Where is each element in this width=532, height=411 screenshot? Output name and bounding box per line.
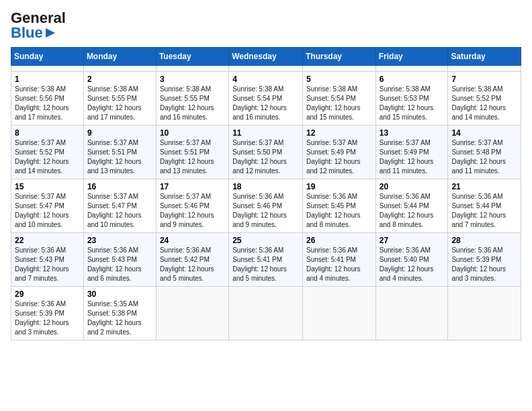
- weekday-header-monday: Monday: [83, 48, 156, 66]
- day-info: Sunrise: 5:37 AMSunset: 5:47 PMDaylight:…: [87, 192, 152, 230]
- calendar-cell: 20Sunrise: 5:36 AMSunset: 5:44 PMDayligh…: [375, 179, 448, 233]
- day-number: 14: [451, 128, 517, 138]
- calendar-cell: 30Sunrise: 5:35 AMSunset: 5:38 PMDayligh…: [83, 287, 156, 340]
- calendar-cell: [156, 287, 228, 340]
- calendar-cell: 16Sunrise: 5:37 AMSunset: 5:47 PMDayligh…: [83, 179, 156, 233]
- day-number: 30: [87, 289, 152, 299]
- day-number: 3: [160, 75, 225, 84]
- day-info: Sunrise: 5:36 AMSunset: 5:39 PMDaylight:…: [15, 300, 80, 337]
- day-number: 20: [380, 182, 445, 191]
- calendar-week-row: 1Sunrise: 5:38 AMSunset: 5:56 PMDaylight…: [11, 72, 521, 126]
- day-info: Sunrise: 5:36 AMSunset: 5:39 PMDaylight:…: [451, 246, 517, 283]
- weekday-header-thursday: Thursday: [302, 48, 375, 66]
- day-info: Sunrise: 5:38 AMSunset: 5:55 PMDaylight:…: [160, 85, 225, 122]
- day-number: 27: [380, 236, 445, 245]
- day-number: 6: [380, 75, 445, 84]
- weekday-header-sunday: Sunday: [11, 48, 84, 66]
- day-info: Sunrise: 5:37 AMSunset: 5:51 PMDaylight:…: [87, 138, 152, 176]
- calendar-cell: 21Sunrise: 5:36 AMSunset: 5:44 PMDayligh…: [448, 179, 521, 233]
- day-info: Sunrise: 5:37 AMSunset: 5:46 PMDaylight:…: [160, 192, 225, 230]
- day-info: Sunrise: 5:35 AMSunset: 5:38 PMDaylight:…: [87, 300, 152, 337]
- day-number: 11: [232, 128, 299, 138]
- calendar-cell: [448, 66, 521, 72]
- day-info: Sunrise: 5:36 AMSunset: 5:46 PMDaylight:…: [232, 192, 299, 230]
- calendar-cell: 29Sunrise: 5:36 AMSunset: 5:39 PMDayligh…: [11, 287, 84, 340]
- day-number: 18: [232, 182, 299, 191]
- day-number: 26: [306, 236, 372, 245]
- calendar-cell: 12Sunrise: 5:37 AMSunset: 5:49 PMDayligh…: [302, 126, 375, 179]
- calendar-cell: 10Sunrise: 5:37 AMSunset: 5:51 PMDayligh…: [156, 126, 228, 179]
- day-number: 15: [15, 182, 80, 191]
- day-info: Sunrise: 5:38 AMSunset: 5:54 PMDaylight:…: [232, 85, 299, 122]
- calendar-cell: [302, 287, 375, 340]
- day-info: Sunrise: 5:37 AMSunset: 5:48 PMDaylight:…: [451, 138, 517, 176]
- calendar-cell: [11, 66, 84, 72]
- calendar-cell: 27Sunrise: 5:36 AMSunset: 5:40 PMDayligh…: [375, 233, 448, 287]
- calendar-cell: 11Sunrise: 5:37 AMSunset: 5:50 PMDayligh…: [229, 126, 303, 179]
- calendar-cell: 22Sunrise: 5:36 AMSunset: 5:43 PMDayligh…: [11, 233, 84, 287]
- calendar-week-row: 29Sunrise: 5:36 AMSunset: 5:39 PMDayligh…: [11, 287, 521, 340]
- calendar-cell: 26Sunrise: 5:36 AMSunset: 5:41 PMDayligh…: [302, 233, 375, 287]
- day-number: 13: [380, 128, 445, 138]
- calendar-cell: [448, 287, 521, 340]
- calendar-cell: 18Sunrise: 5:36 AMSunset: 5:46 PMDayligh…: [229, 179, 303, 233]
- day-info: Sunrise: 5:36 AMSunset: 5:45 PMDaylight:…: [306, 192, 372, 230]
- day-info: Sunrise: 5:37 AMSunset: 5:49 PMDaylight:…: [380, 138, 445, 176]
- day-number: 23: [87, 236, 152, 245]
- day-number: 17: [160, 182, 225, 191]
- logo: General Blue: [11, 11, 66, 40]
- calendar-cell: [83, 66, 156, 72]
- day-info: Sunrise: 5:38 AMSunset: 5:55 PMDaylight:…: [87, 85, 152, 122]
- day-info: Sunrise: 5:36 AMSunset: 5:44 PMDaylight:…: [380, 192, 445, 230]
- day-info: Sunrise: 5:38 AMSunset: 5:56 PMDaylight:…: [15, 85, 80, 122]
- day-info: Sunrise: 5:36 AMSunset: 5:40 PMDaylight:…: [380, 246, 445, 283]
- day-number: 25: [232, 236, 299, 245]
- calendar-cell: 28Sunrise: 5:36 AMSunset: 5:39 PMDayligh…: [448, 233, 521, 287]
- calendar-cell: 9Sunrise: 5:37 AMSunset: 5:51 PMDaylight…: [83, 126, 156, 179]
- logo-arrow-icon: [44, 27, 56, 39]
- day-number: 29: [15, 289, 80, 299]
- calendar-cell: [375, 287, 448, 340]
- day-info: Sunrise: 5:38 AMSunset: 5:54 PMDaylight:…: [306, 85, 372, 122]
- weekday-header-row: SundayMondayTuesdayWednesdayThursdayFrid…: [11, 48, 521, 66]
- calendar-cell: 7Sunrise: 5:38 AMSunset: 5:52 PMDaylight…: [448, 72, 521, 126]
- weekday-header-saturday: Saturday: [448, 48, 521, 66]
- calendar-cell: 24Sunrise: 5:36 AMSunset: 5:42 PMDayligh…: [156, 233, 228, 287]
- calendar-week-row: 15Sunrise: 5:37 AMSunset: 5:47 PMDayligh…: [11, 179, 521, 233]
- day-info: Sunrise: 5:36 AMSunset: 5:42 PMDaylight:…: [160, 246, 225, 283]
- day-number: 19: [306, 182, 372, 191]
- calendar-cell: [156, 66, 228, 72]
- weekday-header-friday: Friday: [375, 48, 448, 66]
- logo-text-blue: Blue: [11, 26, 43, 40]
- page-header: General Blue: [11, 11, 521, 40]
- day-info: Sunrise: 5:37 AMSunset: 5:50 PMDaylight:…: [232, 138, 299, 176]
- day-number: 24: [160, 236, 225, 245]
- calendar-cell: [375, 66, 448, 72]
- calendar-cell: 4Sunrise: 5:38 AMSunset: 5:54 PMDaylight…: [229, 72, 303, 126]
- day-info: Sunrise: 5:36 AMSunset: 5:44 PMDaylight:…: [451, 192, 517, 230]
- calendar-cell: 2Sunrise: 5:38 AMSunset: 5:55 PMDaylight…: [83, 72, 156, 126]
- calendar-cell: 15Sunrise: 5:37 AMSunset: 5:47 PMDayligh…: [11, 179, 84, 233]
- calendar-week-row: 22Sunrise: 5:36 AMSunset: 5:43 PMDayligh…: [11, 233, 521, 287]
- day-number: 2: [87, 75, 152, 84]
- day-number: 28: [451, 236, 517, 245]
- calendar-table: SundayMondayTuesdayWednesdayThursdayFrid…: [11, 47, 521, 340]
- day-number: 4: [232, 75, 299, 84]
- day-info: Sunrise: 5:36 AMSunset: 5:41 PMDaylight:…: [306, 246, 372, 283]
- calendar-cell: 6Sunrise: 5:38 AMSunset: 5:53 PMDaylight…: [375, 72, 448, 126]
- day-number: 21: [451, 182, 517, 191]
- calendar-cell: [229, 66, 303, 72]
- day-number: 9: [87, 128, 152, 138]
- calendar-cell: 1Sunrise: 5:38 AMSunset: 5:56 PMDaylight…: [11, 72, 84, 126]
- day-info: Sunrise: 5:38 AMSunset: 5:53 PMDaylight:…: [380, 85, 445, 122]
- calendar-cell: 3Sunrise: 5:38 AMSunset: 5:55 PMDaylight…: [156, 72, 228, 126]
- day-info: Sunrise: 5:36 AMSunset: 5:41 PMDaylight:…: [232, 246, 299, 283]
- day-info: Sunrise: 5:37 AMSunset: 5:52 PMDaylight:…: [15, 138, 80, 176]
- day-info: Sunrise: 5:36 AMSunset: 5:43 PMDaylight:…: [15, 246, 80, 283]
- day-number: 22: [15, 236, 80, 245]
- calendar-cell: 17Sunrise: 5:37 AMSunset: 5:46 PMDayligh…: [156, 179, 228, 233]
- calendar-week-row: [11, 66, 521, 72]
- day-number: 16: [87, 182, 152, 191]
- calendar-cell: [229, 287, 303, 340]
- calendar-cell: 25Sunrise: 5:36 AMSunset: 5:41 PMDayligh…: [229, 233, 303, 287]
